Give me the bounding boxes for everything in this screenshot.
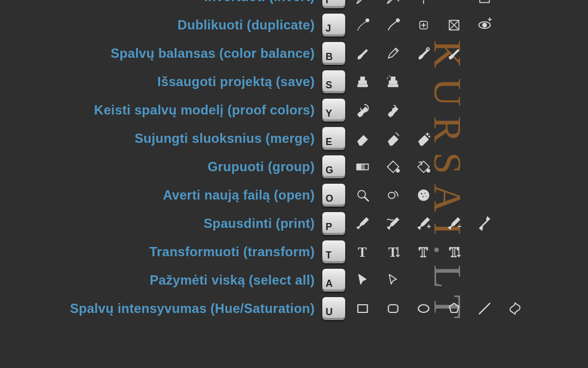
sponge-icon [416, 188, 431, 203]
svg-rect-2 [480, 0, 489, 3]
freeform-pen-icon [385, 216, 401, 231]
svg-point-23 [421, 193, 422, 195]
pen-icon [355, 216, 370, 231]
shortcut-row: Pažymėti viską (select all)A [0, 266, 588, 294]
shortcut-label: Transformuoti (transform) [0, 244, 322, 260]
svg-point-9 [483, 23, 487, 27]
shortcut-label: Spalvų intensyvumas (Hue/Saturation) [0, 301, 322, 316]
keyboard-key: J [322, 14, 345, 37]
tool-icon-group: TTTT [355, 244, 462, 260]
type-icon: T [355, 244, 370, 260]
keyboard-key: E [322, 127, 345, 150]
eyedropper-icon [355, 0, 370, 4]
tool-icon-group [355, 46, 462, 61]
tool-icon-group [355, 131, 431, 146]
keyboard-key: A [322, 269, 345, 292]
svg-point-22 [418, 190, 428, 200]
tool-icon-group [355, 74, 401, 89]
shortcut-label: Sujungti sluoksnius (merge) [0, 131, 322, 146]
type-mask-vertical-icon: T [446, 244, 462, 260]
svg-text:T: T [449, 245, 458, 260]
svg-point-24 [425, 192, 426, 194]
shortcut-row: Invertuoti (invert)I123 [0, 0, 588, 11]
keyboard-key: G [322, 155, 345, 178]
svg-text:T: T [388, 245, 397, 260]
shortcut-row: Grupuoti (group)G [0, 153, 588, 181]
brush-icon [355, 46, 370, 61]
tool-icon-group [355, 273, 401, 288]
tool-icon-group [355, 102, 401, 118]
shortcut-row: Keisti spalvų modelį (proof colors)Y [0, 96, 588, 124]
type-mask-icon: T [416, 244, 431, 260]
svg-point-19 [396, 169, 399, 172]
gradient-icon [355, 159, 370, 174]
stamp-icon [355, 74, 370, 89]
svg-rect-32 [388, 305, 398, 312]
shortcut-label: Averti naują failą (open) [0, 188, 322, 203]
shortcut-row: Išsaugoti projektą (save)S [0, 68, 588, 96]
keyboard-key: I [322, 0, 345, 8]
svg-point-25 [422, 196, 424, 197]
paint-bucket-icon [385, 159, 401, 174]
keyboard-key: B [322, 42, 345, 65]
svg-point-15 [429, 136, 430, 137]
keyboard-key: S [322, 70, 345, 93]
shortcut-label: Spausdinti (print) [0, 216, 322, 231]
healing-brush-dotted-icon [355, 17, 370, 33]
shortcut-list: Invertuoti (invert)I123Dublikuoti (dupli… [0, 0, 588, 323]
svg-point-11 [449, 56, 451, 58]
pencil-icon [385, 46, 401, 61]
shortcut-row: Spausdinti (print)P [0, 209, 588, 238]
path-select-icon [355, 273, 370, 288]
svg-point-5 [396, 19, 399, 22]
count-123-icon: 123 [507, 0, 523, 4]
patch-icon [416, 17, 431, 33]
burn-icon [385, 188, 401, 203]
svg-point-12 [451, 56, 453, 57]
shortcut-label: Dublikuoti (duplicate) [0, 17, 322, 33]
shortcut-label: Grupuoti (group) [0, 159, 322, 174]
svg-point-4 [366, 19, 369, 22]
svg-rect-13 [358, 85, 367, 87]
shortcut-row: Transformuoti (transform)TTTTT [0, 238, 588, 266]
tool-icon-group [355, 159, 431, 174]
polygon-shape-icon [446, 301, 462, 316]
shortcut-label: Invertuoti (invert) [0, 0, 322, 4]
shortcut-label: Keisti spalvų modelį (proof colors) [0, 102, 322, 118]
keyboard-key: U [322, 297, 345, 320]
shortcut-row: Spalvų balansas (color balance)B [0, 39, 588, 68]
svg-rect-14 [388, 85, 398, 87]
type-vertical-icon: T [385, 244, 401, 260]
svg-point-20 [427, 169, 430, 172]
shortcut-row: Spalvų intensyvumas (Hue/Saturation)U [0, 294, 588, 323]
content-aware-icon [446, 17, 462, 33]
shortcut-label: Spalvų balansas (color balance) [0, 46, 322, 61]
eyedropper-plus-icon [385, 0, 401, 4]
shortcut-row: Averti naują failą (open)O [0, 181, 588, 209]
rect-shape-icon [355, 301, 370, 316]
shortcut-row: Sujungti sluoksnius (merge)E [0, 124, 588, 153]
note-icon [477, 0, 492, 4]
eraser-icon [355, 131, 370, 146]
svg-text:T: T [419, 245, 427, 260]
background-eraser-icon [385, 131, 401, 146]
cheatsheet-page: KURSAI.LT Invertuoti (invert)I123Dubliku… [0, 0, 588, 368]
svg-point-26 [426, 196, 427, 197]
history-brush-icon [355, 102, 370, 118]
color-replace-icon [416, 46, 431, 61]
custom-shape-icon [507, 301, 523, 316]
color-sampler-icon [416, 0, 431, 4]
keyboard-key: P [322, 212, 345, 235]
tool-icon-group: 123 [355, 0, 523, 4]
mixer-brush-icon [446, 46, 462, 61]
magic-eraser-icon [416, 131, 431, 146]
direct-select-icon [385, 273, 401, 288]
add-anchor-icon [416, 216, 431, 231]
svg-point-33 [418, 305, 428, 312]
ruler-icon [446, 0, 462, 4]
tool-icon-group [355, 301, 523, 316]
dodge-icon [355, 188, 370, 203]
red-eye-icon [477, 17, 492, 33]
svg-point-10 [426, 48, 429, 51]
line-shape-icon [477, 301, 492, 316]
